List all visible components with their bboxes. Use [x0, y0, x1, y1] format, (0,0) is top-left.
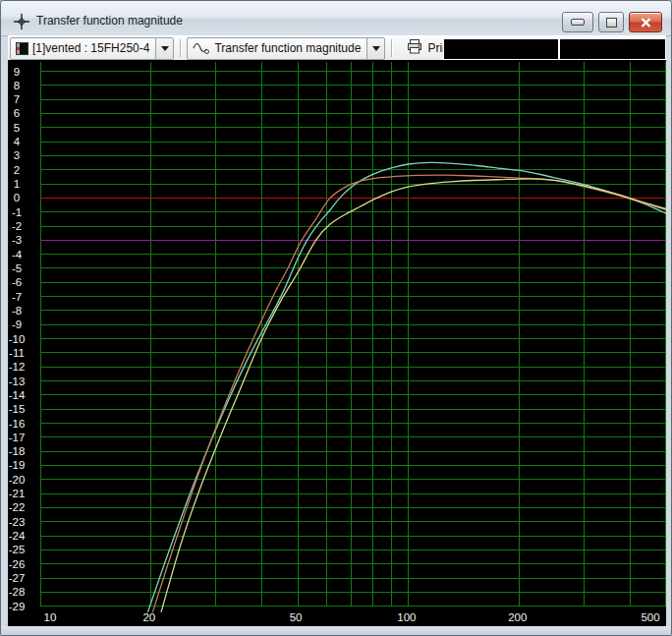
svg-text:1: 1	[14, 178, 20, 190]
grid-lines	[40, 62, 666, 607]
project-selector[interactable]: [1]vented : 15FH250-4	[10, 37, 174, 60]
svg-text:-18: -18	[9, 445, 26, 457]
plot-area[interactable]: 9876543210-1-2-3-4-5-6-7-8-9-10-11-12-13…	[8, 60, 666, 628]
svg-text:-25: -25	[9, 544, 26, 555]
project-selector-value: [1]vented : 15FH250-4	[30, 41, 155, 55]
printer-icon	[407, 39, 422, 57]
svg-text:9: 9	[14, 66, 20, 78]
svg-text:-24: -24	[9, 530, 26, 542]
close-icon	[641, 18, 651, 28]
cursor-readout-right	[560, 39, 665, 59]
svg-text:500: 500	[641, 611, 659, 623]
svg-text:50: 50	[290, 611, 303, 623]
graph-type-selector[interactable]: Transfer function magnitude	[187, 37, 385, 60]
crosshair-icon	[14, 14, 29, 29]
maximize-icon	[606, 18, 617, 28]
svg-text:-21: -21	[9, 488, 26, 499]
toolbar-separator	[391, 39, 392, 57]
chart-svg: 9876543210-1-2-3-4-5-6-7-8-9-10-11-12-13…	[8, 60, 666, 628]
svg-text:-7: -7	[12, 291, 22, 303]
window-bottom-frame	[1, 626, 671, 635]
svg-text:-15: -15	[9, 403, 26, 415]
readout-panels	[443, 38, 666, 60]
svg-text:-17: -17	[9, 432, 26, 443]
svg-text:-20: -20	[9, 474, 26, 486]
svg-text:-13: -13	[9, 376, 26, 387]
close-button[interactable]	[629, 12, 662, 32]
x-axis-labels: 102050100200500	[44, 611, 660, 623]
response-curves	[148, 162, 666, 611]
y-axis-labels: 9876543210-1-2-3-4-5-6-7-8-9-10-11-12-13…	[9, 66, 26, 612]
graph-type-dropdown-button[interactable]	[366, 38, 384, 59]
svg-text:-26: -26	[9, 558, 26, 570]
svg-text:2: 2	[14, 164, 20, 176]
svg-text:-12: -12	[9, 361, 26, 373]
svg-text:5: 5	[14, 122, 20, 134]
svg-text:-11: -11	[9, 347, 25, 359]
project-selector-dropdown-button[interactable]	[155, 38, 173, 59]
svg-text:-6: -6	[12, 276, 22, 288]
svg-text:-23: -23	[9, 516, 26, 528]
svg-text:10: 10	[44, 611, 57, 623]
svg-text:3: 3	[14, 149, 20, 161]
svg-text:0: 0	[14, 192, 20, 203]
window-controls	[562, 12, 662, 32]
svg-text:-28: -28	[9, 586, 26, 598]
graph-type-selector-value: Transfer function magnitude	[212, 41, 366, 55]
svg-text:-1: -1	[12, 206, 22, 218]
svg-text:-10: -10	[9, 333, 26, 345]
svg-text:-16: -16	[9, 418, 26, 430]
toolbar-separator	[180, 39, 181, 57]
svg-text:-5: -5	[12, 262, 22, 274]
toolbar: [1]vented : 15FH250-4 Transfer function …	[8, 35, 666, 60]
svg-text:4: 4	[14, 136, 21, 147]
svg-text:20: 20	[142, 611, 155, 623]
svg-text:-4: -4	[12, 249, 23, 260]
svg-text:-22: -22	[9, 501, 26, 513]
svg-text:-8: -8	[12, 305, 22, 317]
svg-text:-14: -14	[9, 389, 26, 401]
svg-text:200: 200	[508, 611, 527, 623]
svg-text:-19: -19	[9, 459, 26, 471]
svg-text:-9: -9	[12, 318, 22, 330]
svg-text:-29: -29	[9, 601, 26, 612]
svg-text:7: 7	[14, 93, 20, 105]
svg-text:100: 100	[397, 611, 416, 623]
chevron-down-icon	[161, 46, 169, 55]
series-response-cyan	[148, 162, 666, 611]
svg-text:-27: -27	[9, 572, 26, 584]
minimize-button[interactable]	[562, 12, 593, 32]
cursor-readout-left	[444, 39, 558, 59]
minimize-icon	[571, 19, 585, 26]
maximize-button[interactable]	[598, 12, 624, 32]
transfer-function-window: Transfer function magnitude [1]vented :	[0, 0, 672, 636]
svg-text:-2: -2	[12, 220, 22, 232]
sine-wave-icon	[193, 41, 210, 55]
svg-text:6: 6	[14, 107, 20, 119]
window-title: Transfer function magnitude	[36, 14, 183, 28]
project-box-icon	[16, 42, 28, 55]
chevron-down-icon	[372, 46, 380, 55]
svg-text:-3: -3	[12, 234, 22, 246]
title-bar[interactable]: Transfer function magnitude	[1, 1, 671, 36]
svg-text:8: 8	[14, 80, 20, 91]
